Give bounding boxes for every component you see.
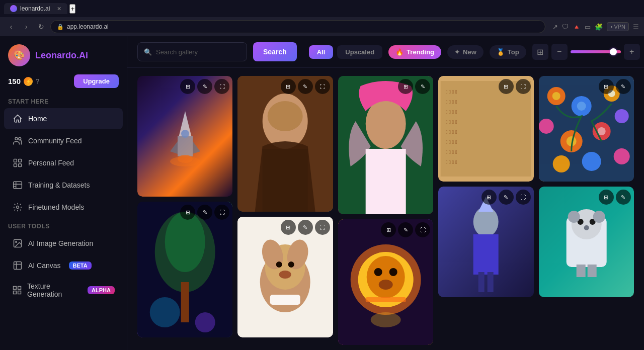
new-tab-button[interactable]: + bbox=[69, 4, 75, 14]
shield-icon: 🛡 bbox=[562, 23, 569, 31]
gallery-item-flowers[interactable]: ⊞ ✎ bbox=[539, 76, 634, 182]
svg-text:𓂝 𓃒 𓄋 𓆑: 𓂝 𓃒 𓄋 𓆑 bbox=[446, 129, 457, 135]
gallery-item-woman2[interactable]: ⊞ ✎ bbox=[338, 76, 433, 214]
back-button[interactable]: ‹ bbox=[5, 21, 17, 33]
filter-tab-all[interactable]: All bbox=[309, 45, 334, 59]
svg-point-30 bbox=[268, 101, 303, 131]
gallery-item-flowers-generate[interactable]: ⊞ bbox=[599, 79, 614, 94]
menu-icon[interactable]: ☰ bbox=[633, 23, 639, 31]
gallery-item-rocket-edit[interactable]: ✎ bbox=[197, 79, 212, 94]
sort-trending-button[interactable]: 🔥 Trending bbox=[388, 45, 441, 59]
browser-chrome: leonardo.ai ✕ + ‹ › ↻ 🔒 app.leonardo.ai … bbox=[0, 0, 644, 36]
svg-text:𓏲 𓐍 𓀖 𓁹: 𓏲 𓐍 𓀖 𓁹 bbox=[446, 119, 457, 125]
svg-rect-12 bbox=[18, 287, 21, 290]
gallery-item-woman1-edit[interactable]: ✎ bbox=[298, 79, 313, 94]
gallery-item-dog-generate[interactable]: ⊞ bbox=[281, 220, 296, 235]
size-increase-button[interactable]: + bbox=[624, 44, 640, 60]
svg-rect-51 bbox=[365, 297, 406, 302]
sidebar-item-ai-canvas[interactable]: AI Canvas BETA bbox=[4, 255, 123, 276]
size-decrease-button[interactable]: − bbox=[551, 44, 568, 60]
gallery-item-koala-edit[interactable]: ✎ bbox=[616, 190, 631, 205]
gallery-item-warrior-edit[interactable]: ✎ bbox=[499, 190, 514, 205]
gallery-item-flowers-edit[interactable]: ✎ bbox=[616, 79, 631, 94]
reader-icon[interactable]: ▭ bbox=[585, 23, 591, 31]
gallery-item-tree[interactable]: ⊞ ✎ ⛶ bbox=[137, 202, 232, 337]
gallery-item-warrior[interactable]: ⊞ ✎ ⛶ bbox=[438, 187, 533, 297]
gallery-item-rocket-expand[interactable]: ⛶ bbox=[214, 79, 229, 94]
grid-controls: ⊞ − + bbox=[532, 44, 640, 60]
gallery-item-woman1-expand[interactable]: ⛶ bbox=[315, 79, 330, 94]
ai-canvas-icon bbox=[12, 260, 23, 271]
gallery-item-koala[interactable]: ⊞ ✎ bbox=[539, 187, 634, 297]
gallery-item-koala-overlay: ⊞ ✎ bbox=[599, 190, 631, 205]
gallery-item-tree-generate[interactable]: ⊞ bbox=[180, 205, 195, 220]
svg-text:𓋴 𓌀 𓍱 𓎛: 𓋴 𓌀 𓍱 𓎛 bbox=[446, 109, 457, 115]
app-layout: 🎨 Leonardo.Ai 150 ⚡ ? Upgrade Start Here… bbox=[0, 36, 644, 350]
gallery-item-rocket-generate[interactable]: ⊞ bbox=[180, 79, 195, 94]
sidebar-item-finetuned[interactable]: Finetuned Models bbox=[4, 197, 123, 218]
size-slider[interactable] bbox=[571, 50, 621, 53]
token-help-icon[interactable]: ? bbox=[36, 77, 39, 85]
svg-point-93 bbox=[593, 211, 605, 223]
forward-button[interactable]: › bbox=[20, 21, 32, 33]
sort-top-button[interactable]: 🏅 Top bbox=[490, 45, 526, 59]
filter-tab-upscaled[interactable]: Upscaled bbox=[337, 45, 382, 59]
gallery-item-koala-generate[interactable]: ⊞ bbox=[599, 190, 614, 205]
share-icon[interactable]: ↗ bbox=[552, 23, 558, 31]
tab-close-button[interactable]: ✕ bbox=[57, 6, 61, 12]
gallery-item-woman2-overlay: ⊞ ✎ bbox=[398, 79, 430, 94]
gallery-image-woman2 bbox=[338, 76, 433, 214]
sidebar-item-ai-image-gen[interactable]: AI Image Generation bbox=[4, 233, 123, 254]
active-tab[interactable]: leonardo.ai ✕ bbox=[4, 3, 67, 14]
gallery-item-dog-edit[interactable]: ✎ bbox=[298, 220, 313, 235]
svg-point-91 bbox=[584, 225, 589, 230]
upgrade-button[interactable]: Upgrade bbox=[74, 74, 119, 88]
sidebar-item-community-feed[interactable]: Community Feed bbox=[4, 130, 123, 151]
avatar: 🎨 bbox=[8, 44, 30, 66]
sort-new-button[interactable]: ✦ New bbox=[447, 45, 484, 59]
gallery-image-tree bbox=[137, 202, 232, 337]
search-button[interactable]: Search bbox=[253, 42, 297, 61]
svg-rect-17 bbox=[178, 136, 193, 156]
gallery-item-woman2-generate[interactable]: ⊞ bbox=[398, 79, 413, 94]
gallery-item-lion-expand[interactable]: ⛶ bbox=[415, 222, 430, 237]
sidebar-item-texture-gen[interactable]: Texture Generation ALPHA bbox=[4, 277, 123, 303]
sidebar-item-training[interactable]: Training & Datasets bbox=[4, 174, 123, 196]
gallery-item-egypt[interactable]: 𓂀 𓃀 𓄿 𓆣𓇯 𓈖 𓉐 𓊃𓋴 𓌀 𓍱 𓎛𓏲 𓐍 𓀖 𓁹𓂝 𓃒 𓄋 𓆑𓇋 𓈗 𓉻… bbox=[438, 76, 533, 182]
sidebar-item-personal-feed[interactable]: Personal Feed bbox=[4, 152, 123, 173]
gallery-item-tree-expand[interactable]: ⛶ bbox=[214, 205, 229, 220]
search-input[interactable] bbox=[156, 48, 240, 56]
gallery-item-warrior-generate[interactable]: ⊞ bbox=[481, 190, 497, 205]
sidebar-item-home[interactable]: Home bbox=[4, 108, 123, 129]
svg-point-27 bbox=[195, 312, 215, 332]
gallery-item-woman2-edit[interactable]: ✎ bbox=[415, 79, 430, 94]
gallery-item-lion[interactable]: ⊞ ✎ ⛶ bbox=[338, 219, 433, 345]
refresh-button[interactable]: ↻ bbox=[35, 21, 47, 33]
gallery-item-dog-expand[interactable]: ⛶ bbox=[315, 220, 330, 235]
gallery-item-warrior-expand[interactable]: ⛶ bbox=[516, 190, 531, 205]
gallery-item-lion-generate[interactable]: ⊞ bbox=[381, 222, 396, 237]
gallery-item-egypt-generate[interactable]: ⊞ bbox=[499, 79, 514, 94]
svg-rect-14 bbox=[18, 291, 21, 294]
gallery-item-tree-edit[interactable]: ✎ bbox=[197, 205, 212, 220]
gallery-item-dog[interactable]: ⊞ ✎ ⛶ bbox=[237, 217, 333, 337]
sidebar: 🎨 Leonardo.Ai 150 ⚡ ? Upgrade Start Here… bbox=[0, 36, 127, 350]
header-right: 🔥 Trending ✦ New 🏅 Top ⊞ − + bbox=[388, 44, 639, 60]
extensions-icon[interactable]: 🧩 bbox=[595, 23, 603, 31]
gallery-item-rocket[interactable]: ⊞ ✎ ⛶ bbox=[137, 76, 232, 197]
gallery-item-lion-edit[interactable]: ✎ bbox=[398, 222, 413, 237]
address-bar[interactable]: 🔒 app.leonardo.ai bbox=[50, 20, 545, 33]
ai-canvas-badge: BETA bbox=[69, 261, 92, 270]
gallery-item-woman1-overlay: ⊞ ✎ ⛶ bbox=[281, 79, 330, 94]
svg-point-1 bbox=[19, 137, 21, 140]
svg-rect-94 bbox=[576, 265, 585, 277]
gallery-item-woman1-generate[interactable]: ⊞ bbox=[281, 79, 296, 94]
ai-image-gen-icon bbox=[12, 238, 23, 249]
grid-layout-button[interactable]: ⊞ bbox=[532, 44, 548, 60]
svg-text:𓏴 𓐎 𓀀 𓁀: 𓏴 𓐎 𓀀 𓁀 bbox=[446, 159, 457, 165]
sidebar-item-home-label: Home bbox=[28, 115, 47, 123]
gallery-item-egypt-expand[interactable]: ⛶ bbox=[516, 79, 531, 94]
gallery-item-woman1[interactable]: ⊞ ✎ ⛶ bbox=[237, 76, 333, 212]
main-content: 🔍 Search All Upscaled 🔥 Trending ✦ New 🏅 bbox=[127, 36, 644, 350]
svg-marker-19 bbox=[193, 141, 200, 154]
